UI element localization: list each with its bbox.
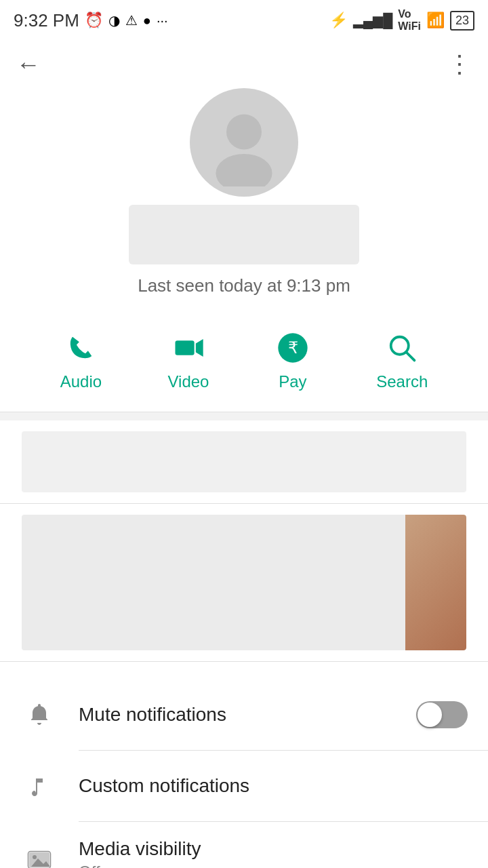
video-icon	[171, 330, 206, 366]
alarm-icon: ⏰	[85, 12, 103, 29]
mute-toggle-control[interactable]	[416, 701, 468, 728]
profile-section: Last seen today at 9:13 pm	[0, 81, 488, 310]
content-section-1	[0, 420, 488, 492]
media-visibility-item[interactable]: Media visibility Off	[0, 822, 488, 868]
warning-icon: ⚠	[125, 12, 138, 28]
mute-notifications-item[interactable]: Mute notifications	[0, 679, 488, 750]
toggle-thumb	[418, 703, 442, 727]
bluetooth-icon: ⚡	[329, 12, 348, 29]
search-icon	[384, 330, 420, 366]
divider-3	[0, 661, 488, 662]
pay-icon: ₹	[275, 330, 310, 366]
content-section-2	[0, 515, 488, 650]
more-options-button[interactable]: ⋮	[445, 47, 474, 81]
pay-label: Pay	[279, 372, 306, 391]
section-gap-1	[0, 412, 488, 420]
battery-icon: 23	[450, 11, 474, 31]
mute-toggle[interactable]	[416, 701, 468, 728]
signal-icon: ▂▄▆█	[353, 12, 392, 28]
pay-button[interactable]: ₹ Pay	[275, 330, 310, 391]
status-left: 9:32 PM ⏰ ◑ ⚠ ● ···	[14, 10, 168, 31]
content-card-1	[22, 431, 466, 492]
media-visibility-title: Media visibility	[79, 838, 468, 860]
svg-marker-3	[196, 339, 203, 357]
media-thumbnail	[405, 515, 466, 650]
audio-label: Audio	[60, 372, 102, 391]
vowifi-icon: VoWiFi	[398, 8, 421, 33]
video-label: Video	[167, 372, 209, 391]
accessibility-icon: ◑	[108, 12, 120, 28]
media-visibility-content: Media visibility Off	[79, 838, 468, 868]
bell-icon	[20, 696, 58, 734]
mute-notifications-content: Mute notifications	[79, 704, 416, 726]
status-bar: 9:32 PM ⏰ ◑ ⚠ ● ··· ⚡ ▂▄▆█ VoWiFi 📶 23	[0, 0, 488, 41]
svg-point-1	[216, 154, 272, 186]
video-call-button[interactable]: Video	[167, 330, 209, 391]
status-time: 9:32 PM	[14, 10, 79, 31]
search-button[interactable]: Search	[376, 330, 428, 391]
music-note-icon	[20, 767, 58, 805]
svg-text:₹: ₹	[287, 338, 298, 357]
last-seen-text: Last seen today at 9:13 pm	[138, 275, 350, 296]
status-right: ⚡ ▂▄▆█ VoWiFi 📶 23	[329, 8, 474, 33]
avatar-image	[200, 98, 288, 186]
settings-section: Mute notifications Custom notifications	[0, 673, 488, 868]
mute-notifications-title: Mute notifications	[79, 704, 416, 726]
svg-rect-2	[175, 340, 194, 355]
search-label: Search	[376, 372, 428, 391]
custom-notifications-content: Custom notifications	[79, 775, 468, 797]
custom-notifications-item[interactable]: Custom notifications	[0, 751, 488, 821]
content-card-2	[22, 515, 466, 650]
contact-name-bar	[129, 205, 359, 264]
media-visibility-subtitle: Off	[79, 863, 468, 868]
phone-icon	[63, 330, 98, 366]
circle-icon: ●	[143, 13, 151, 28]
app-bar: ← ⋮	[0, 41, 488, 81]
wifi-icon: 📶	[426, 12, 445, 29]
divider-2	[0, 503, 488, 504]
svg-point-11	[33, 855, 37, 859]
svg-point-0	[226, 114, 262, 149]
custom-notifications-title: Custom notifications	[79, 775, 468, 797]
audio-call-button[interactable]: Audio	[60, 330, 102, 391]
media-icon	[20, 841, 58, 868]
svg-line-7	[407, 353, 415, 361]
avatar[interactable]	[190, 88, 298, 197]
action-buttons-row: Audio Video ₹ Pay Search	[0, 317, 488, 405]
back-button[interactable]: ←	[14, 47, 43, 81]
dots-icon: ···	[157, 13, 168, 28]
